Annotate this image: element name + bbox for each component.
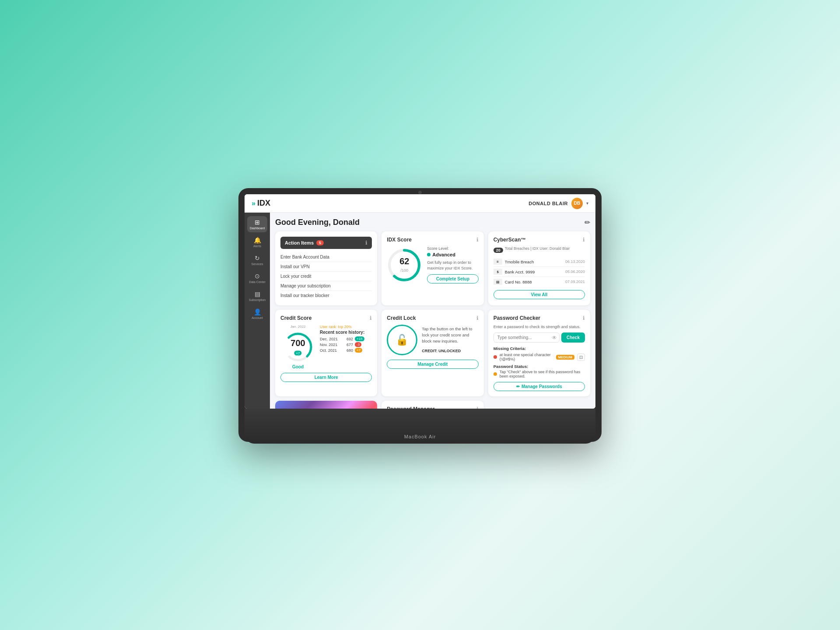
credit-circle-wrapper: Jan. 2022 700 +7 xyxy=(280,325,315,369)
sidebar-label-dashboard: Dashboard xyxy=(250,227,265,230)
password-checker-description: Enter a password to check its strength a… xyxy=(494,325,585,329)
sidebar-item-subscription[interactable]: ▤ Subscription xyxy=(247,288,267,304)
credit-number: 700 xyxy=(290,338,305,348)
credit-lock-info-icon[interactable]: ℹ xyxy=(476,315,479,321)
score-level-label: Score Level: xyxy=(427,246,478,251)
manage-passwords-pencil-icon: ✏ xyxy=(516,384,520,389)
cyberscan-title: CyberScan™ xyxy=(494,237,526,243)
sidebar-item-services[interactable]: ↻ Services xyxy=(247,252,267,268)
pm-card-header: Password Manager ℹ xyxy=(387,406,478,409)
sidebar-item-alerts[interactable]: 🔔 Alerts xyxy=(247,234,267,250)
app-body: ⊞ Dashboard 🔔 Alerts ↻ Services ⊙ Data C… xyxy=(245,213,595,409)
criteria-dot-icon xyxy=(494,355,497,359)
action-items-title-row: Action Items 5 xyxy=(285,240,324,245)
bottom-row: ForgetMe ℹ Donald Blair Password Manager… xyxy=(275,401,590,409)
check-button[interactable]: Check xyxy=(561,332,585,343)
cyberscan-subtitle: Total Breaches | IDX User: Donald Blair xyxy=(505,246,570,251)
avatar[interactable]: DB xyxy=(571,198,583,209)
credit-lock-content: 🔓 Tap the button on the left to lock you… xyxy=(387,325,478,355)
data-center-icon: ⊙ xyxy=(255,273,260,280)
credit-score-header: Credit Score ℹ xyxy=(280,315,372,321)
breach-tmobile-icon: ≡ xyxy=(494,259,502,265)
credit-score-info-icon[interactable]: ℹ xyxy=(370,315,372,321)
credit-rank: User rank: top 20% xyxy=(320,325,372,329)
view-all-button[interactable]: View All xyxy=(494,290,585,299)
breach-bank-date: 05.06.2020 xyxy=(565,270,585,274)
main-content: Good Evening, Donald ✏ Action Items 5 ℹ xyxy=(270,213,595,409)
breach-card-name: Card No. 8888 xyxy=(505,280,563,284)
cyberscan-info-icon[interactable]: ℹ xyxy=(583,237,585,243)
action-items-title: Action Items xyxy=(285,240,314,245)
password-checker-card: Password Checker ℹ Enter a password to c… xyxy=(488,310,590,396)
breach-tmobile-date: 06.13.2020 xyxy=(565,259,585,264)
list-item[interactable]: Lock your credit xyxy=(280,272,372,281)
list-item[interactable]: Install our VPN xyxy=(280,262,372,272)
idx-score-header: IDX Score ℹ xyxy=(387,237,478,243)
status-item: Tap "Check" above to see if this passwor… xyxy=(494,370,585,378)
action-items-badge: 5 xyxy=(316,240,324,245)
credit-change-badge-dec: +15 xyxy=(355,336,364,341)
page-title: Good Evening, Donald xyxy=(275,218,360,227)
manage-credit-button[interactable]: Manage Credit xyxy=(387,360,478,369)
credit-row: Dec. 2021 692 +15 xyxy=(320,336,372,341)
credit-change: +7 xyxy=(294,351,301,356)
idx-score-card: IDX Score ℹ 62 /100 xyxy=(382,231,483,305)
account-icon: 👤 xyxy=(254,308,261,315)
subscription-icon: ▤ xyxy=(255,290,260,298)
services-icon: ↻ xyxy=(255,255,260,262)
cyberscan-badge: 20 xyxy=(494,248,503,253)
breach-list: ≡ Tmobile Breach 06.13.2020 $ Bank Acct.… xyxy=(494,257,585,287)
credit-row-month-nov: Nov. 2021 xyxy=(320,343,341,347)
credit-circle: 700 +7 xyxy=(280,329,315,364)
score-level-dot xyxy=(427,253,430,256)
score-level-value: Advanced xyxy=(427,252,478,257)
manage-passwords-button[interactable]: ✏ Manage Passwords xyxy=(494,382,585,391)
cyberscan-header: CyberScan™ ℹ xyxy=(494,237,585,243)
password-status-label: Password Status: xyxy=(494,364,585,369)
list-item[interactable]: Manage your subscription xyxy=(280,281,372,291)
idx-score-content: 62 /100 Score Level: Advanced Ge xyxy=(387,246,478,284)
manage-passwords-label: Manage Passwords xyxy=(522,384,562,389)
cyberscan-meta: 20 Total Breaches | IDX User: Donald Bla… xyxy=(494,246,585,254)
laptop-brand-label: MacBook Air xyxy=(404,434,436,439)
credit-history: User rank: top 20% Recent score history:… xyxy=(320,325,372,354)
edit-page-icon[interactable]: ✏ xyxy=(584,218,590,227)
password-input[interactable] xyxy=(494,332,560,343)
list-item[interactable]: Enter Bank Account Data xyxy=(280,252,372,262)
sidebar: ⊞ Dashboard 🔔 Alerts ↻ Services ⊙ Data C… xyxy=(245,213,270,409)
eye-icon[interactable]: 👁 xyxy=(552,335,557,341)
score-value: 62 /100 xyxy=(399,257,409,273)
page-header: Good Evening, Donald ✏ xyxy=(275,218,590,227)
action-items-info-icon[interactable]: ℹ xyxy=(365,240,368,246)
complete-setup-button[interactable]: Complete Setup xyxy=(427,274,478,284)
list-item[interactable]: Install our tracker blocker xyxy=(280,291,372,300)
logo-text: IDX xyxy=(257,199,270,208)
score-circle: 62 /100 xyxy=(387,248,422,283)
idx-score-info-icon[interactable]: ℹ xyxy=(476,237,479,243)
sidebar-item-account[interactable]: 👤 Account xyxy=(247,306,267,322)
sidebar-item-data-center[interactable]: ⊙ Data Center xyxy=(247,270,267,286)
lock-icon-container[interactable]: 🔓 xyxy=(387,325,417,355)
password-checker-info-icon[interactable]: ℹ xyxy=(583,315,585,321)
breach-card-icon: ▤ xyxy=(494,279,502,285)
password-input-wrapper: 👁 xyxy=(494,332,560,343)
credit-row-month-oct: Oct. 2021 xyxy=(320,348,341,353)
breach-item: ≡ Tmobile Breach 06.13.2020 xyxy=(494,257,585,267)
user-name: DONALD BLAIR xyxy=(528,201,568,206)
laptop-notch xyxy=(418,191,422,194)
credit-lock-header: Credit Lock ℹ xyxy=(387,315,478,321)
dropdown-arrow-icon[interactable]: ▾ xyxy=(586,201,588,206)
learn-more-button[interactable]: Learn More xyxy=(280,373,372,382)
password-checker-header: Password Checker ℹ xyxy=(494,315,585,321)
password-input-row: 👁 Check xyxy=(494,332,585,343)
sidebar-item-dashboard[interactable]: ⊞ Dashboard xyxy=(247,216,267,232)
credit-lock-title: Credit Lock xyxy=(387,315,416,321)
copy-button[interactable]: ⊡ xyxy=(577,354,585,361)
credit-change-badge-nov: -3 xyxy=(355,342,361,347)
alerts-icon: 🔔 xyxy=(254,237,261,244)
pm-info-icon[interactable]: ℹ xyxy=(476,406,479,409)
middle-grid: Credit Score ℹ Jan. 2022 xyxy=(275,310,590,396)
credit-score-content: Jan. 2022 700 +7 xyxy=(280,325,372,369)
laptop-screen: » IDX DONALD BLAIR DB ▾ ⊞ Dashboard 🔔 Al… xyxy=(245,194,595,409)
breach-card-date: 07.09.2021 xyxy=(565,280,585,284)
